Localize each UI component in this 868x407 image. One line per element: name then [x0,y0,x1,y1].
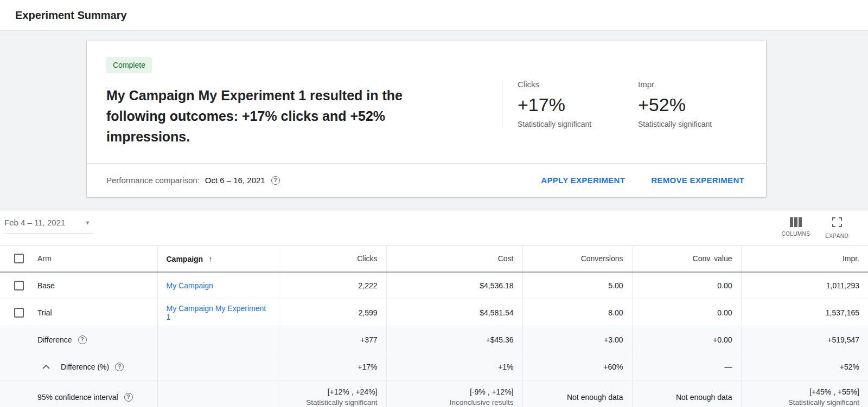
column-header-clicks[interactable]: Clicks [278,246,386,272]
columns-icon [790,217,802,227]
conversions-ci-cell: Not enough data [522,380,632,407]
status-badge: Complete [106,57,152,73]
campaign-cell: My Campaign My Experiment 1 [157,299,278,326]
card-left: Complete My Campaign My Experiment 1 res… [87,41,502,163]
conv-value-ci-cell: Not enough data [632,380,741,407]
columns-button[interactable]: COLUMNS [781,217,810,239]
campaign-link[interactable]: My Campaign [167,281,213,290]
conversions-cell: 8.00 [522,299,632,326]
metric-note: Statistically significant [638,120,745,128]
conv-value-cell: +0.00 [632,326,741,353]
arm-cell: Trial [0,299,157,326]
help-icon[interactable]: ? [271,176,280,185]
arm-cell: Base [0,272,157,299]
help-icon[interactable]: ? [124,393,133,402]
cost-cell: +$45.36 [386,326,522,353]
remove-experiment-button[interactable]: REMOVE EXPERIMENT [651,176,744,185]
cost-cell: +1% [386,353,522,380]
impr-cell: +52% [741,353,868,380]
conversions-cell: 5.00 [522,272,632,299]
conversions-cell: +60% [522,353,632,380]
app-bar: Experiment Summary [0,0,868,31]
clicks-cell: +377 [278,326,386,353]
select-all-checkbox[interactable] [14,254,24,263]
column-header-impr[interactable]: Impr. [741,246,868,272]
table-row-difference-pct: Difference (%) ? +17% +1% +60% — +52% [0,353,868,380]
metric-label: Clicks [518,80,625,89]
metric-value: +52% [638,94,745,115]
clicks-cell: 2,222 [278,272,386,299]
performance-comparison: Performance comparison: Oct 6 – 16, 2021… [106,176,280,185]
page-title: Experiment Summary [15,9,127,22]
summary-section: Complete My Campaign My Experiment 1 res… [0,31,868,211]
table-row-confidence-interval: 95% confidence interval ? [+12% , +24%] … [0,380,868,407]
column-header-conversions[interactable]: Conversions [522,246,632,272]
column-header-conv-value[interactable]: Conv. value [632,246,741,272]
metrics-panel: Clicks +17% Statistically significant Im… [502,80,745,128]
impr-cell: 1,537,165 [741,299,868,326]
comparison-date-range: Oct 6 – 16, 2021 [205,176,265,185]
card-actions: APPLY EXPERIMENT REMOVE EXPERIMENT [541,176,744,185]
conv-value-cell: — [632,353,741,380]
metric-value: +17% [518,94,625,115]
column-header-cost[interactable]: Cost [386,246,522,272]
column-header-arm: Arm [0,246,157,272]
table-row-difference: Difference ? +377 +$45.36 +3.00 +0.00 +5… [0,326,868,353]
metric-label: Impr. [638,80,745,89]
cost-cell: $4,581.54 [386,299,522,326]
campaign-cell-empty [157,353,278,380]
expand-icon [832,217,842,229]
confidence-label-cell: 95% confidence interval ? [0,380,157,407]
metric-impressions: Impr. +52% Statistically significant [638,80,745,128]
column-header-campaign[interactable]: Campaign↑ [157,246,278,272]
experiment-results-table: Arm Campaign↑ Clicks Cost Conversions Co… [0,246,868,407]
difference-label-cell: Difference ? [0,326,157,353]
card-footer: Performance comparison: Oct 6 – 16, 2021… [87,163,766,197]
campaign-cell-empty [157,326,278,353]
chevron-up-icon[interactable] [42,365,50,369]
clicks-cell: 2,599 [278,299,386,326]
conversions-cell: +3.00 [522,326,632,353]
impr-ci-cell: [+45% , +55%] Statistically significant [741,380,868,407]
table-toolbar: Feb 4 – 11, 2021 ▼ COLUMNS EXPAND [0,211,868,246]
metric-clicks: Clicks +17% Statistically significant [518,80,625,128]
impr-cell: +519,547 [741,326,868,353]
table-row-trial: Trial My Campaign My Experiment 1 2,599 … [0,299,868,326]
expand-button[interactable]: EXPAND [825,217,848,239]
columns-button-label: COLUMNS [781,231,810,237]
cost-cell: $4,536.18 [386,272,522,299]
experiment-outcome-headline: My Campaign My Experiment 1 resulted in … [106,85,459,147]
campaign-cell-empty [157,380,278,407]
table-header-row: Arm Campaign↑ Clicks Cost Conversions Co… [0,246,868,272]
card-main: Complete My Campaign My Experiment 1 res… [87,41,766,163]
expand-button-label: EXPAND [825,233,848,239]
clicks-ci-cell: [+12% , +24%] Statistically significant [278,380,386,407]
cost-ci-cell: [-9% , +12%] Inconclusive results [386,380,522,407]
help-icon[interactable]: ? [115,363,124,371]
row-checkbox[interactable] [14,281,24,290]
difference-pct-label-cell: Difference (%) ? [0,353,157,380]
experiment-summary-card: Complete My Campaign My Experiment 1 res… [87,41,766,197]
campaign-link[interactable]: My Campaign My Experiment 1 [167,304,266,321]
apply-experiment-button[interactable]: APPLY EXPERIMENT [541,176,625,185]
table-row-base: Base My Campaign 2,222 $4,536.18 5.00 0.… [0,272,868,299]
campaign-cell: My Campaign [157,272,278,299]
date-range-selector[interactable]: Feb 4 – 11, 2021 ▼ [4,218,92,234]
date-range-value: Feb 4 – 11, 2021 [4,218,65,227]
conv-value-cell: 0.00 [632,272,741,299]
clicks-cell: +17% [278,353,386,380]
toolbar-icons: COLUMNS EXPAND [781,217,848,239]
metric-note: Statistically significant [518,120,625,128]
impr-cell: 1,011,293 [741,272,868,299]
help-icon[interactable]: ? [78,335,87,344]
comparison-label: Performance comparison: [106,176,200,185]
conv-value-cell: 0.00 [632,299,741,326]
sort-ascending-icon: ↑ [208,254,213,263]
chevron-down-icon: ▼ [85,220,90,225]
row-checkbox[interactable] [14,308,24,318]
